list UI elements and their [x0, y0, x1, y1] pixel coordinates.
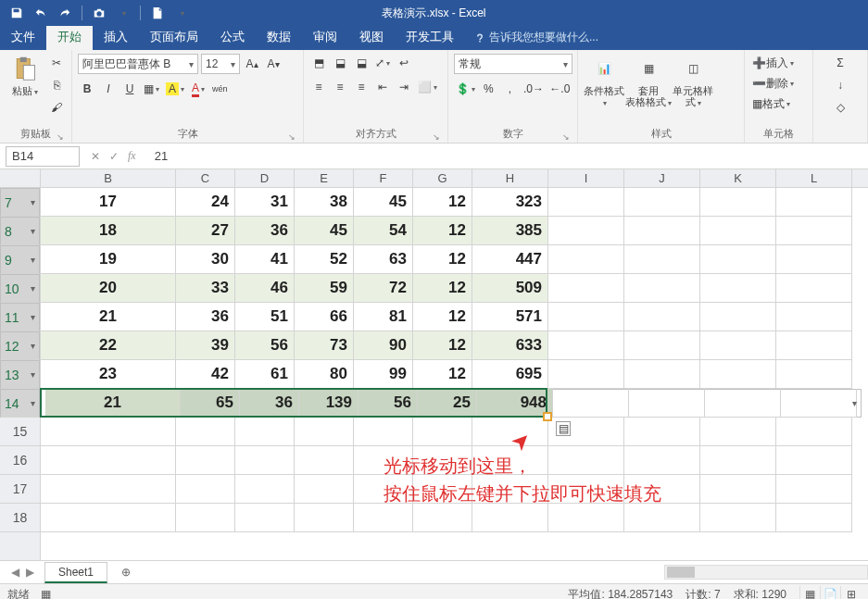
cell-E16[interactable]: [295, 446, 354, 475]
cell-G10[interactable]: 12: [413, 274, 472, 303]
cell-D16[interactable]: [235, 446, 295, 475]
cell-I12[interactable]: [548, 331, 624, 360]
align-left-icon[interactable]: ≡: [309, 78, 328, 96]
cell-D14[interactable]: 36: [240, 389, 299, 418]
cell-C17[interactable]: [176, 475, 235, 504]
save-icon[interactable]: [6, 2, 28, 24]
grow-font-icon[interactable]: A▴: [243, 55, 261, 73]
cell-C15[interactable]: [176, 418, 235, 446]
cell-F12[interactable]: 90: [354, 331, 413, 360]
cell-G11[interactable]: 12: [413, 303, 472, 331]
insert-cells-button[interactable]: ➕ 插入: [750, 54, 807, 72]
cell-J9[interactable]: [624, 245, 700, 274]
cell-F14[interactable]: 56: [359, 389, 418, 418]
cell-C14[interactable]: 65: [181, 389, 240, 418]
cell-C7[interactable]: 24: [176, 188, 235, 217]
font-size-select[interactable]: 12: [201, 54, 240, 74]
cell-G18[interactable]: [413, 504, 472, 532]
cell-L16[interactable]: [776, 446, 852, 475]
currency-icon[interactable]: 💲: [454, 80, 476, 98]
cell-E10[interactable]: 59: [295, 274, 354, 303]
cell-J8[interactable]: [624, 217, 700, 245]
cell-C13[interactable]: 42: [176, 360, 235, 389]
cell-I8[interactable]: [548, 217, 624, 245]
cell-D9[interactable]: 41: [235, 245, 295, 274]
col-header-L[interactable]: L: [776, 169, 852, 187]
cell-K18[interactable]: [700, 504, 776, 532]
row-header-16[interactable]: 16: [0, 446, 40, 475]
cell-C18[interactable]: [176, 504, 235, 532]
cell-E8[interactable]: 45: [295, 217, 354, 245]
cell-G13[interactable]: 12: [413, 360, 472, 389]
row-header-18[interactable]: 18: [0, 504, 40, 532]
cell-F8[interactable]: 54: [354, 217, 413, 245]
cell-K11[interactable]: [700, 303, 776, 331]
autosum-icon[interactable]: Σ: [819, 54, 862, 72]
cell-D15[interactable]: [235, 418, 295, 446]
autofill-options-icon[interactable]: ▤: [556, 421, 571, 436]
cell-C16[interactable]: [176, 446, 235, 475]
cell-H8[interactable]: 385: [472, 217, 548, 245]
row-header-13[interactable]: 13: [0, 360, 40, 389]
cell-D8[interactable]: 36: [235, 217, 295, 245]
cut-icon[interactable]: ✂: [47, 54, 66, 72]
tab-developer[interactable]: 开发工具: [395, 24, 465, 50]
table-format-button[interactable]: ▦套用 表格格式: [628, 54, 669, 109]
cell-C8[interactable]: 27: [176, 217, 235, 245]
cell-C10[interactable]: 33: [176, 274, 235, 303]
row-header-7[interactable]: 7: [0, 188, 40, 217]
cell-I7[interactable]: [548, 188, 624, 217]
cell-K8[interactable]: [700, 217, 776, 245]
underline-button[interactable]: U: [120, 80, 139, 98]
cell-E9[interactable]: 52: [295, 245, 354, 274]
cell-H12[interactable]: 633: [472, 331, 548, 360]
align-top-icon[interactable]: ⬒: [309, 54, 328, 72]
cell-L11[interactable]: [776, 303, 852, 331]
delete-cells-button[interactable]: ➖ 删除: [750, 74, 807, 93]
font-name-select[interactable]: 阿里巴巴普惠体 B: [78, 54, 198, 74]
fill-color-button[interactable]: A: [164, 80, 186, 98]
tab-file[interactable]: 文件: [0, 24, 46, 50]
cell-E15[interactable]: [295, 418, 354, 446]
tell-me[interactable]: 告诉我您想要做什么...: [465, 30, 608, 50]
cell-J18[interactable]: [624, 504, 700, 532]
cell-J15[interactable]: [624, 418, 700, 446]
align-middle-icon[interactable]: ⬓: [331, 54, 349, 72]
cell-B9[interactable]: 19: [41, 245, 176, 274]
percent-icon[interactable]: %: [479, 80, 497, 98]
cancel-formula-icon[interactable]: ✕: [91, 150, 100, 163]
format-painter-icon[interactable]: 🖌: [47, 98, 66, 117]
paste-button[interactable]: 粘贴: [6, 54, 44, 117]
cell-H11[interactable]: 571: [472, 303, 548, 331]
tab-view[interactable]: 视图: [348, 24, 395, 50]
cell-F13[interactable]: 99: [354, 360, 413, 389]
cell-K13[interactable]: [700, 360, 776, 389]
cell-D10[interactable]: 46: [235, 274, 295, 303]
cell-K17[interactable]: [700, 475, 776, 504]
cell-G9[interactable]: 12: [413, 245, 472, 274]
align-bottom-icon[interactable]: ⬓: [352, 54, 371, 72]
comma-icon[interactable]: ,: [500, 80, 519, 98]
col-header-F[interactable]: F: [354, 169, 413, 187]
cell-L13[interactable]: [776, 360, 852, 389]
bold-button[interactable]: B: [78, 80, 96, 98]
cell-K14[interactable]: [705, 389, 781, 418]
cell-E11[interactable]: 66: [295, 303, 354, 331]
cell-B17[interactable]: [41, 475, 176, 504]
select-all-corner[interactable]: [0, 169, 41, 187]
cell-K15[interactable]: [700, 418, 776, 446]
col-header-E[interactable]: E: [295, 169, 354, 187]
fill-icon[interactable]: ↓: [819, 76, 862, 94]
cell-B8[interactable]: 18: [41, 217, 176, 245]
status-recorder-icon[interactable]: ▦: [41, 588, 51, 599]
cell-J14[interactable]: [629, 389, 705, 418]
italic-button[interactable]: I: [99, 80, 118, 98]
cell-C12[interactable]: 39: [176, 331, 235, 360]
format-cells-button[interactable]: ▦ 格式: [750, 94, 807, 113]
cell-D17[interactable]: [235, 475, 295, 504]
number-format-select[interactable]: 常规: [454, 54, 572, 74]
cell-D7[interactable]: 31: [235, 188, 295, 217]
cell-K7[interactable]: [700, 188, 776, 217]
sheet-nav-next[interactable]: ▶: [22, 565, 37, 580]
cell-K9[interactable]: [700, 245, 776, 274]
